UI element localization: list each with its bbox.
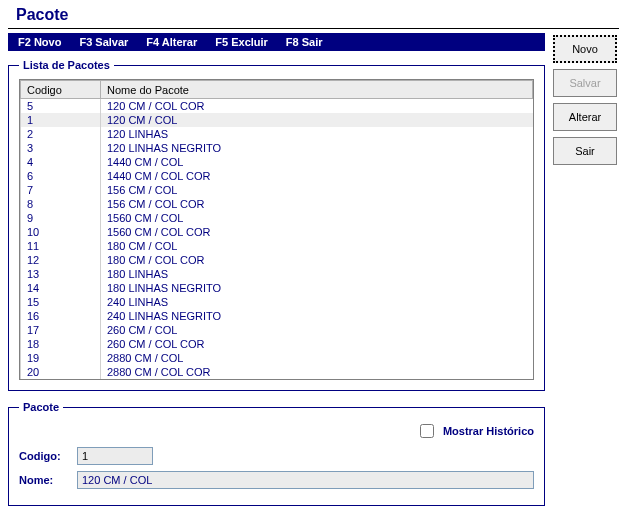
cell-nome: 120 LINHAS (101, 127, 533, 141)
fkey-sair: F8 Sair (286, 36, 323, 48)
nome-label: Nome: (19, 474, 67, 486)
cell-codigo: 6 (21, 169, 101, 183)
cell-nome: 1440 CM / COL (101, 155, 533, 169)
salvar-button: Salvar (553, 69, 617, 97)
table-row[interactable]: 1120 CM / COL (21, 113, 533, 127)
table-row[interactable]: 13180 LINHAS (21, 267, 533, 281)
cell-nome: 156 CM / COL (101, 183, 533, 197)
cell-nome: 260 CM / COL (101, 323, 533, 337)
page-title: Pacote (16, 6, 619, 24)
cell-codigo: 7 (21, 183, 101, 197)
table-row[interactable]: 11180 CM / COL (21, 239, 533, 253)
sair-button[interactable]: Sair (553, 137, 617, 165)
cell-nome: 180 CM / COL (101, 239, 533, 253)
table-row[interactable]: 15240 LINHAS (21, 295, 533, 309)
cell-codigo: 2 (21, 127, 101, 141)
codigo-label: Codigo: (19, 450, 67, 462)
fkey-novo: F2 Novo (18, 36, 61, 48)
table-row[interactable]: 2120 LINHAS (21, 127, 533, 141)
cell-codigo: 5 (21, 99, 101, 114)
table-row[interactable]: 7156 CM / COL (21, 183, 533, 197)
pacotes-table[interactable]: Codigo Nome do Pacote 5120 CM / COL COR1… (20, 80, 533, 379)
cell-codigo: 19 (21, 351, 101, 365)
list-fieldset: Lista de Pacotes Codigo Nome do Pacote 5… (8, 59, 545, 391)
codigo-field[interactable] (77, 447, 153, 465)
cell-nome: 180 LINHAS NEGRITO (101, 281, 533, 295)
table-row[interactable]: 5120 CM / COL COR (21, 99, 533, 114)
fkey-excluir: F5 Excluir (215, 36, 268, 48)
nome-field[interactable] (77, 471, 534, 489)
cell-nome: 260 CM / COL COR (101, 337, 533, 351)
cell-nome: 180 LINHAS (101, 267, 533, 281)
cell-nome: 1560 CM / COL (101, 211, 533, 225)
cell-nome: 1440 CM / COL COR (101, 169, 533, 183)
table-row[interactable]: 202880 CM / COL COR (21, 365, 533, 379)
cell-nome: 240 LINHAS NEGRITO (101, 309, 533, 323)
table-row[interactable]: 14180 LINHAS NEGRITO (21, 281, 533, 295)
cell-codigo: 3 (21, 141, 101, 155)
cell-codigo: 4 (21, 155, 101, 169)
cell-nome: 2880 CM / COL COR (101, 365, 533, 379)
mostrar-historico-checkbox[interactable] (420, 424, 434, 438)
cell-codigo: 11 (21, 239, 101, 253)
cell-codigo: 18 (21, 337, 101, 351)
mostrar-historico-label: Mostrar Histórico (443, 425, 534, 437)
table-row[interactable]: 61440 CM / COL COR (21, 169, 533, 183)
cell-codigo: 14 (21, 281, 101, 295)
cell-nome: 156 CM / COL COR (101, 197, 533, 211)
fkey-alterar: F4 Alterar (146, 36, 197, 48)
col-header-codigo[interactable]: Codigo (21, 81, 101, 99)
table-row[interactable]: 16240 LINHAS NEGRITO (21, 309, 533, 323)
table-row[interactable]: 3120 LINHAS NEGRITO (21, 141, 533, 155)
list-legend: Lista de Pacotes (19, 59, 114, 71)
detail-fieldset: Pacote Mostrar Histórico Codigo: Nome: (8, 401, 545, 506)
table-row[interactable]: 192880 CM / COL (21, 351, 533, 365)
fkey-bar: F2 Novo F3 Salvar F4 Alterar F5 Excluir … (8, 33, 545, 51)
alterar-button[interactable]: Alterar (553, 103, 617, 131)
cell-codigo: 1 (21, 113, 101, 127)
cell-codigo: 12 (21, 253, 101, 267)
cell-codigo: 20 (21, 365, 101, 379)
table-row[interactable]: 8156 CM / COL COR (21, 197, 533, 211)
table-row[interactable]: 91560 CM / COL (21, 211, 533, 225)
cell-codigo: 13 (21, 267, 101, 281)
table-row[interactable]: 12180 CM / COL COR (21, 253, 533, 267)
fkey-salvar: F3 Salvar (79, 36, 128, 48)
cell-nome: 240 LINHAS (101, 295, 533, 309)
table-row[interactable]: 17260 CM / COL (21, 323, 533, 337)
cell-nome: 1560 CM / COL COR (101, 225, 533, 239)
cell-codigo: 17 (21, 323, 101, 337)
cell-nome: 180 CM / COL COR (101, 253, 533, 267)
detail-legend: Pacote (19, 401, 63, 413)
cell-nome: 120 LINHAS NEGRITO (101, 141, 533, 155)
table-row[interactable]: 101560 CM / COL COR (21, 225, 533, 239)
cell-codigo: 15 (21, 295, 101, 309)
cell-codigo: 9 (21, 211, 101, 225)
table-row[interactable]: 18260 CM / COL COR (21, 337, 533, 351)
cell-codigo: 10 (21, 225, 101, 239)
col-header-nome[interactable]: Nome do Pacote (101, 81, 533, 99)
cell-nome: 2880 CM / COL (101, 351, 533, 365)
table-row[interactable]: 41440 CM / COL (21, 155, 533, 169)
title-divider (8, 28, 619, 29)
cell-nome: 120 CM / COL (101, 113, 533, 127)
cell-nome: 120 CM / COL COR (101, 99, 533, 114)
cell-codigo: 16 (21, 309, 101, 323)
cell-codigo: 8 (21, 197, 101, 211)
novo-button[interactable]: Novo (553, 35, 617, 63)
